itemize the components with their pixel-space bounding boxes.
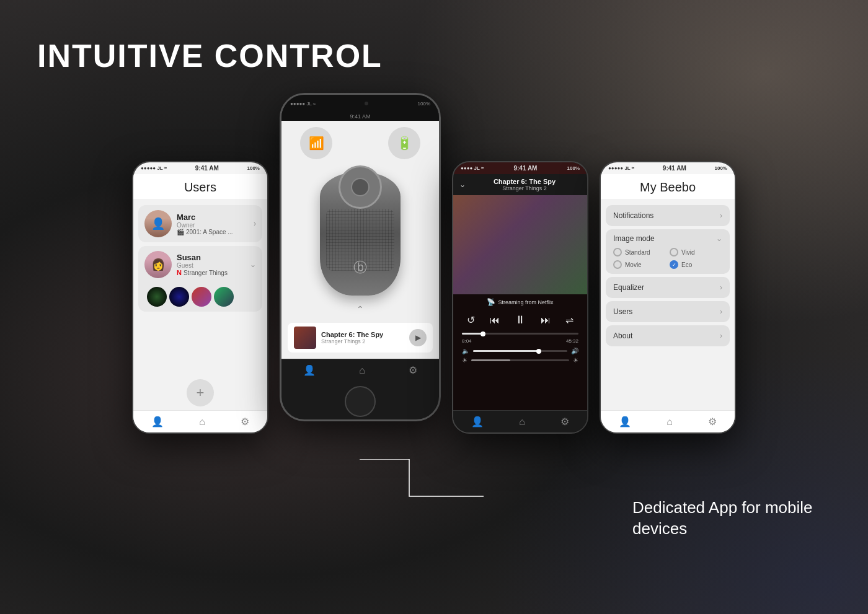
settings-notifications[interactable]: Notifications › [606, 205, 730, 226]
np-controls: ↺ ⏮ ⏸ ⏭ ⇌ [453, 310, 587, 330]
phone2-battery: 100% [418, 101, 430, 107]
label-vivid: Vivid [681, 249, 695, 256]
marc-info: Marc Owner 🎬 2001: A Space ... [177, 213, 249, 235]
speaker-container: ⓑ [288, 172, 433, 296]
np-time-current: 8:04 [462, 338, 472, 344]
np-progress-section: 8:04 45:32 [453, 330, 587, 346]
nav2-person-icon[interactable]: 👤 [303, 364, 316, 376]
phone2-device-area: 📶 🔋 ⓑ ⌃ [281, 121, 439, 359]
np-pause-btn[interactable]: ⏸ [515, 314, 526, 327]
notifications-label: Notifications [613, 211, 653, 220]
np-chevron-down[interactable]: ⌄ [459, 180, 466, 189]
marc-chevron: › [254, 219, 256, 228]
about-label: About [613, 331, 632, 340]
radio-eco: ✓ [670, 260, 678, 269]
susan-avatar-img: 👩 [144, 251, 172, 278]
vol-dot [536, 349, 541, 354]
phone1-signal: ●●●●● JL ≈ [141, 165, 167, 171]
mode-movie[interactable]: Movie [613, 260, 666, 269]
vol-fill [473, 350, 539, 352]
vol-bar[interactable] [473, 350, 567, 352]
nav4-gear-icon[interactable]: ⚙ [708, 416, 717, 428]
nav2-gear-icon[interactable]: ⚙ [409, 364, 417, 376]
speaker-logo: ⓑ [353, 258, 367, 277]
image-mode-header: Image mode ⌄ [613, 234, 722, 243]
phone2-top: ●●●●● JL ≈ 100% [281, 95, 439, 112]
np-prev-btn[interactable]: ⏮ [490, 315, 500, 326]
add-user-button[interactable]: + [187, 379, 214, 406]
page-title: INTUITIVE CONTROL [37, 37, 383, 74]
nav3-gear-icon[interactable]: ⚙ [560, 416, 569, 428]
phone4-bottom-nav: 👤 ⌂ ⚙ [601, 410, 735, 432]
susan-info: Susan Guest N Stranger Things [177, 253, 245, 276]
add-button-container: + [133, 375, 267, 410]
phone2-status-bar: 9:41 AM [281, 112, 439, 121]
np-progress-bar[interactable] [462, 333, 578, 335]
bright-bar[interactable] [471, 359, 569, 361]
user-item-susan[interactable]: 👩 Susan Guest N Stranger Things ⌄ [138, 246, 262, 312]
phone4-header: My Beebo [601, 174, 735, 200]
np-next-btn[interactable]: ⏭ [541, 315, 551, 326]
susan-row: 👩 Susan Guest N Stranger Things ⌄ [144, 251, 256, 278]
now-playing-mini[interactable]: Chapter 6: The Spy Stranger Things 2 ▶ [288, 323, 433, 353]
battery-icon-circle[interactable]: 🔋 [388, 127, 420, 159]
phone4-screen: ●●●●● JL ≈ 9:41 AM 100% My Beebo Notific… [601, 162, 735, 432]
np-repeat-btn[interactable]: ↺ [467, 314, 475, 326]
np-artwork-img [453, 195, 587, 294]
label-standard: Standard [625, 249, 650, 256]
np-artwork [453, 195, 587, 294]
mode-standard[interactable]: Standard [613, 248, 666, 257]
susan-chevron: ⌄ [250, 260, 256, 269]
nav-home-icon[interactable]: ⌂ [199, 416, 205, 428]
equalizer-label: Equalizer [613, 283, 644, 292]
phone4-battery: 100% [715, 165, 727, 171]
vol-high-icon: 🔊 [571, 348, 578, 354]
nav4-person-icon[interactable]: 👤 [619, 416, 631, 428]
phone1-frame: ●●●●● JL ≈ 9:41 AM 100% Users 👤 Marc Own… [132, 161, 268, 434]
about-chevron: › [720, 331, 722, 340]
np-progress-fill [462, 333, 483, 335]
avatar-marc: 👤 [144, 210, 172, 237]
settings-users[interactable]: Users › [606, 301, 730, 322]
np-shuffle-btn[interactable]: ⇌ [565, 314, 574, 326]
settings-equalizer[interactable]: Equalizer › [606, 277, 730, 298]
susan-watching: N Stranger Things [177, 269, 245, 276]
np-title: Chapter 6: The Spy [468, 178, 581, 185]
phone4-signal: ●●●●● JL ≈ [608, 165, 634, 171]
mini-subtitle: Stranger Things 2 [321, 338, 404, 344]
mode-eco[interactable]: ✓ Eco [670, 260, 722, 269]
nav-person-icon[interactable]: 👤 [151, 416, 164, 428]
nav3-person-icon[interactable]: 👤 [471, 416, 484, 428]
notifications-chevron: › [720, 211, 722, 220]
mini-play-button[interactable]: ▶ [409, 329, 427, 346]
settings-users-label: Users [613, 307, 632, 316]
nav2-home-icon[interactable]: ⌂ [359, 365, 365, 376]
chevron-up-handle[interactable]: ⌃ [356, 302, 364, 317]
settings-image-mode[interactable]: Image mode ⌄ Standard Vivid [606, 229, 730, 274]
marc-watching: 🎬 2001: A Space ... [177, 229, 249, 235]
users-chevron: › [720, 307, 722, 316]
nav4-home-icon[interactable]: ⌂ [666, 416, 673, 428]
wifi-icon-circle[interactable]: 📶 [300, 127, 332, 159]
phone1-content: Users 👤 Marc Owner 🎬 2001: A Space ... [133, 174, 267, 432]
phone2-frame: ●●●●● JL ≈ 100% 9:41 AM 📶 🔋 [280, 93, 441, 421]
marc-avatar-img: 👤 [144, 210, 172, 237]
nav3-home-icon[interactable]: ⌂ [519, 416, 525, 428]
settings-about[interactable]: About › [606, 325, 730, 346]
settings-list: Notifications › Image mode ⌄ Standard [601, 200, 735, 410]
home-button[interactable] [345, 386, 376, 417]
phone2-time: 9:41 AM [350, 113, 370, 120]
user-item-marc[interactable]: 👤 Marc Owner 🎬 2001: A Space ... › [138, 205, 262, 242]
speaker-lens [351, 178, 370, 196]
mode-vivid[interactable]: Vivid [670, 248, 722, 257]
phone2-bottom-nav: 👤 ⌂ ⚙ [281, 359, 439, 381]
equalizer-chevron: › [720, 283, 722, 292]
phone4-content: My Beebo Notifications › Image mode ⌄ [601, 174, 735, 432]
nav-gear-icon[interactable]: ⚙ [241, 416, 249, 428]
image-mode-label: Image mode [613, 234, 655, 243]
avatar-susan: 👩 [144, 251, 172, 278]
dedicated-app-text: Dedicated App for mobile devices [632, 498, 818, 540]
np-header-text: Chapter 6: The Spy Stranger Things 2 [468, 178, 581, 191]
bright-high-icon: ☀ [573, 357, 578, 364]
phone3-content: ⌄ Chapter 6: The Spy Stranger Things 2 📡… [453, 174, 587, 432]
